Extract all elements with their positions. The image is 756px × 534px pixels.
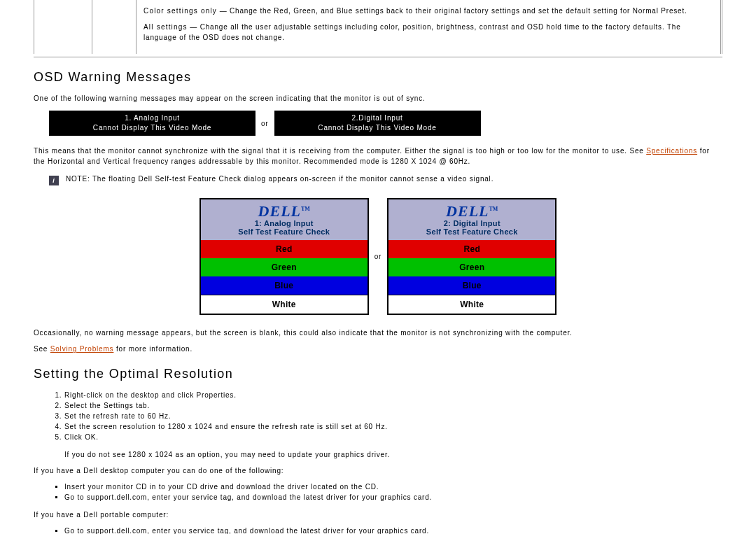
selftest-digital-box: DELLTM 2: Digital Input Self Test Featur… [387,198,556,315]
selftest-red-1: Red [201,240,368,258]
analog-warning-box: 1. Analog Input Cannot Display This Vide… [49,111,255,136]
step-2: Select the Settings tab. [64,400,722,411]
see-post: for more information. [113,345,192,353]
table-cell-empty-2 [92,0,136,54]
factory-reset-table: Color settings only — Change the Red, Gr… [34,0,722,57]
note-text: NOTE: The floating Dell Self-test Featur… [66,175,493,183]
setting-sep-2: — [188,23,200,31]
selftest-green-1: Green [201,258,368,276]
selftest-analog-box: DELLTM 1: Analog Input Self Test Feature… [200,198,369,315]
dell-logo-1: DELLTM [258,204,310,219]
note-row: i NOTE: The floating Dell Self-test Feat… [49,175,722,185]
selftest-analog-title2: Self Test Feature Check [201,227,368,236]
table-cell-content: Color settings only — Change the Red, Gr… [136,0,722,54]
selftest-analog-header: DELLTM 1: Analog Input Self Test Feature… [201,199,368,240]
optimal-resolution-heading: Setting the Optimal Resolution [34,367,722,381]
step-5: Click OK. [64,432,722,442]
setting-desc-color: Change the Red, Green, and Blue settings… [230,7,687,15]
selftest-analog-title1: 1: Analog Input [201,219,368,227]
or-separator-2: or [369,253,388,260]
setting-name-color: Color settings only [144,7,217,15]
step-3: Set the refresh rate to 60 Hz. [64,411,722,421]
step-1: Right-click on the desktop and click Pro… [64,390,722,400]
selftest-white-2: White [388,295,555,314]
selftest-row: DELLTM 1: Analog Input Self Test Feature… [34,198,722,315]
selftest-blue-1: Blue [201,276,368,295]
selftest-blue-2: Blue [388,276,555,295]
setting-sep-1: — [217,7,230,15]
setting-name-all: All settings [144,23,188,31]
resolution-steps-list: Right-click on the desktop and click Pro… [53,390,722,442]
warning-boxes-row: 1. Analog Input Cannot Display This Vide… [49,111,722,136]
sync-text-pre: This means that the monitor cannot synch… [34,147,646,155]
osd-warning-heading: OSD Warning Messages [34,70,722,85]
dell-logo-2: DELLTM [446,204,498,219]
see-solving-para: See Solving Problems for more informatio… [34,344,722,354]
setting-desc-all: Change all the user adjustable settings … [144,23,681,41]
desktop-bullet-2: Go to support.dell.com, enter your servi… [64,492,722,503]
desktop-bullets: Insert your monitor CD in to your CD dri… [53,482,722,503]
step-4: Set the screen resolution to 1280 x 1024… [64,421,722,432]
portable-intro: If you have a Dell portable computer: [34,510,722,520]
selftest-digital-title1: 2: Digital Input [388,219,555,227]
digital-box-line2: Cannot Display This Video Mode [318,124,436,132]
see-pre: See [34,345,50,353]
resolution-note: If you do not see 1280 x 1024 as an opti… [64,449,722,460]
desktop-intro: If you have a Dell desktop computer you … [34,465,722,476]
analog-box-line2: Cannot Display This Video Mode [93,124,211,132]
analog-box-line1: 1. Analog Input [49,113,255,123]
sync-explanation: This means that the monitor cannot synch… [34,146,722,167]
table-cell-empty-1 [34,0,92,54]
portable-bullet-1: Go to support.dell.com, enter you servic… [64,526,722,534]
selftest-green-2: Green [388,258,555,276]
portable-bullets: Go to support.dell.com, enter you servic… [53,526,722,534]
osd-intro-text: One of the following warning messages ma… [34,93,722,104]
solving-problems-link[interactable]: Solving Problems [50,345,114,353]
desktop-bullet-1: Insert your monitor CD in to your CD dri… [64,482,722,492]
selftest-digital-header: DELLTM 2: Digital Input Self Test Featur… [388,199,555,240]
specifications-link[interactable]: Specifications [646,147,697,155]
selftest-red-2: Red [388,240,555,258]
selftest-digital-title2: Self Test Feature Check [388,227,555,236]
or-separator-1: or [255,120,274,127]
occasionally-text: Occasionally, no warning message appears… [34,328,722,338]
selftest-white-1: White [201,295,368,314]
digital-warning-box: 2.Digital Input Cannot Display This Vide… [274,111,481,136]
note-icon: i [49,176,59,185]
digital-box-line1: 2.Digital Input [274,113,481,123]
